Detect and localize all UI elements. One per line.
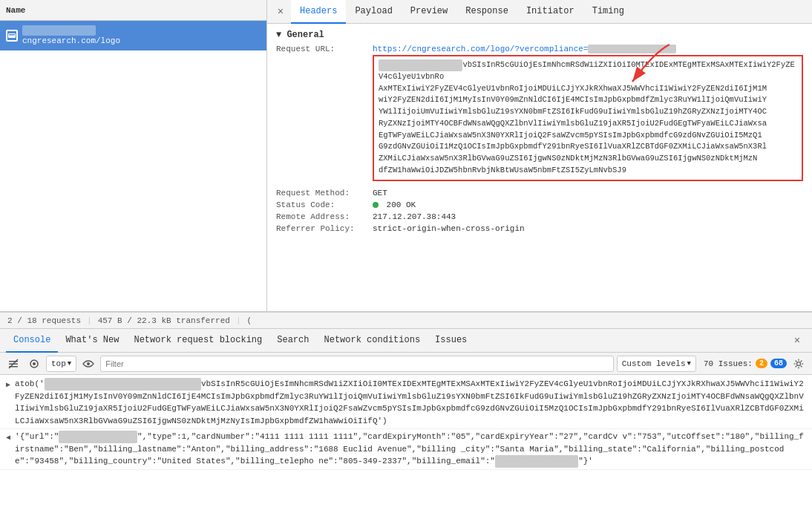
tab-initiator[interactable]: Initiator <box>517 0 583 24</box>
request-url-full-box: xxxxxxxxxxxxxxxxxxvbSIsInR5cGUiOjEsImNhc… <box>373 55 803 181</box>
clear-console-button[interactable] <box>4 355 22 373</box>
referrer-policy-label: Referrer Policy: <box>276 224 373 233</box>
request-method-label: Request Method: <box>276 189 373 197</box>
status-code-label: Status Code: <box>276 200 373 209</box>
requests-count: 2 / 18 requests <box>7 316 81 325</box>
details-tabs-bar: × Headers Payload Preview Response Initi… <box>267 0 812 24</box>
bottom-panel-close-button[interactable]: × <box>788 329 806 353</box>
bottom-tab-console[interactable]: Console <box>6 329 58 353</box>
status-bar: 2 / 18 requests | 457 B / 22.3 kB transf… <box>0 312 812 328</box>
status-code-row: Status Code: 200 OK <box>276 200 803 209</box>
remote-address-value: 217.12.207.38:443 <box>373 212 456 221</box>
request-url-label: Request URL: <box>276 45 373 183</box>
status-extra: ( <box>246 316 252 325</box>
svg-rect-2 <box>9 34 15 36</box>
console-output: ▶ atob('xxxxxxxxxxxxxxxxxxxxxxxxxxxxxxxx… <box>0 375 812 516</box>
console-line[interactable]: ▶ atob('xxxxxxxxxxxxxxxxxxxxxxxxxxxxxxxx… <box>0 376 812 429</box>
bottom-tab-network-blocking[interactable]: Network request blocking <box>126 329 269 353</box>
tab-timing[interactable]: Timing <box>583 0 633 24</box>
tab-headers[interactable]: Headers <box>291 0 346 24</box>
network-item-blurred: ?vercomplience= <box>22 25 96 36</box>
svg-point-10 <box>87 362 90 365</box>
right-panel: × Headers Payload Preview Response Initi… <box>267 0 812 311</box>
blurred-email: xxxxxxxxxxxxxxxxx <box>495 455 578 468</box>
referrer-policy-value: strict-origin-when-cross-origin <box>373 224 525 233</box>
chevron-down-icon-levels: ▼ <box>687 360 691 368</box>
request-method-row: Request Method: GET <box>276 189 803 197</box>
request-url-value: https://cngresearch.com/logo/?vercomplia… <box>373 45 803 183</box>
general-section-title: General <box>276 30 803 40</box>
svg-rect-1 <box>8 33 16 38</box>
bottom-tab-issues[interactable]: Issues <box>428 329 474 353</box>
bottom-panel: Console What's New Network request block… <box>0 328 812 516</box>
bottom-tab-search[interactable]: Search <box>269 329 316 353</box>
tabs-close-button[interactable]: × <box>270 0 291 24</box>
blue-issues-count: 68 <box>770 359 787 368</box>
network-item-icon <box>6 30 18 42</box>
referrer-policy-row: Referrer Policy: strict-origin-when-cros… <box>276 224 803 233</box>
tab-payload[interactable]: Payload <box>346 0 401 24</box>
expand-icon-2[interactable]: ◀ <box>6 432 10 443</box>
network-item[interactable]: ?vercomplience= cngresearch.com/logo <box>0 21 266 50</box>
console-line[interactable]: ◀ '{"url":"xxxxxxxxxxxxxxxx","type":1,"c… <box>0 429 812 470</box>
console-toolbar: top ▼ Custom levels ▼ 70 Issues: 2 68 <box>0 353 812 375</box>
top-panel: Name ?vercomplience= cngresearch.com/log… <box>0 0 812 312</box>
issues-badge: 70 Issues: 2 68 <box>704 359 787 368</box>
left-panel: Name ?vercomplience= cngresearch.com/log… <box>0 0 267 311</box>
tab-preview[interactable]: Preview <box>402 0 456 24</box>
svg-point-11 <box>797 362 801 365</box>
bottom-tabs-bar: Console What's New Network request block… <box>0 329 812 353</box>
status-code-value: 200 OK <box>373 200 416 209</box>
name-column-header: Name <box>0 0 266 21</box>
bottom-tab-network-conditions[interactable]: Network conditions <box>316 329 428 353</box>
console-settings-button[interactable] <box>25 355 43 373</box>
network-item-domain: cngresearch.com/logo <box>22 36 120 45</box>
headers-content: General Request URL: https://cngresearch… <box>267 24 812 311</box>
console-text: atob('xxxxxxxxxxxxxxxxxxxxxxxxxxxxxxxxvb… <box>15 378 806 427</box>
orange-issues-count: 2 <box>756 359 767 368</box>
custom-levels-button[interactable]: Custom levels ▼ <box>617 356 696 372</box>
tab-response[interactable]: Response <box>456 0 517 24</box>
blurred-url: xxxxxxxxxxxxxxxx <box>59 431 137 443</box>
status-dot-icon <box>373 202 379 208</box>
transferred-size: 457 B / 22.3 kB transferred <box>98 316 230 325</box>
settings-gear-button[interactable] <box>790 355 808 373</box>
remote-address-label: Remote Address: <box>276 212 373 221</box>
expand-icon[interactable]: ▶ <box>6 379 10 391</box>
bottom-tab-whats-new[interactable]: What's New <box>58 329 126 353</box>
remote-address-row: Remote Address: 217.12.207.38:443 <box>276 212 803 221</box>
console-filter-input[interactable] <box>100 356 614 372</box>
show-live-expressions-button[interactable] <box>79 355 97 373</box>
console-text-2: '{"url":"xxxxxxxxxxxxxxxx","type":1,"car… <box>15 431 806 468</box>
request-method-value: GET <box>373 189 387 197</box>
chevron-down-icon: ▼ <box>68 360 71 368</box>
svg-point-9 <box>33 362 36 365</box>
request-url-row: Request URL: https://cngresearch.com/log… <box>276 45 803 183</box>
request-url-short: https://cngresearch.com/logo/?vercomplia… <box>373 45 803 53</box>
blurred-value: xxxxxxxxxxxxxxxxxxxxxxxxxxxxxxxx <box>45 378 201 391</box>
context-selector[interactable]: top ▼ <box>46 356 76 372</box>
network-item-text: ?vercomplience= cngresearch.com/logo <box>22 25 120 47</box>
